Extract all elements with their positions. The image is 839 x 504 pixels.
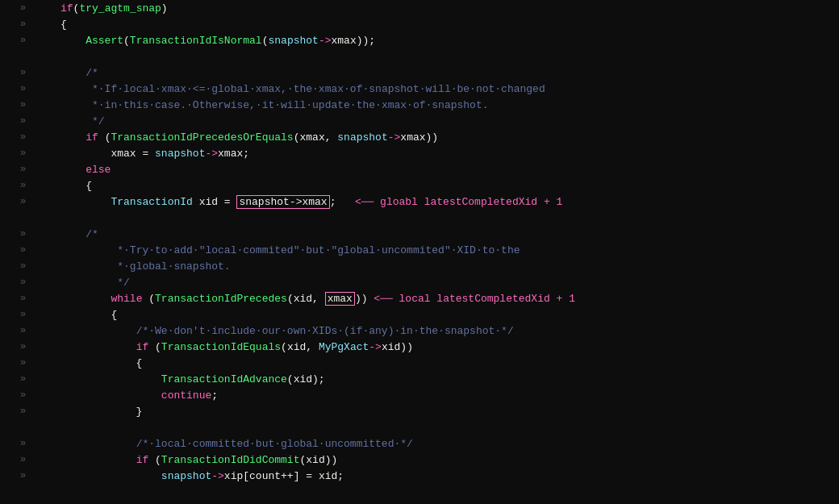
code-line-30: » snapshot->xip[count++] = xid; xyxy=(0,468,839,484)
line-content: /*·local·committed·but·global·uncommitte… xyxy=(61,438,839,450)
line-dots: » xyxy=(20,373,61,385)
line-dots: » xyxy=(20,309,61,320)
code-line-9: » if (TransactionIdPrecedesOrEquals(xmax… xyxy=(0,129,839,145)
code-line-4 xyxy=(0,48,839,65)
code-line-11: » else xyxy=(0,161,839,177)
line-dots: » xyxy=(20,67,61,78)
line-dots: » xyxy=(20,131,61,143)
line-content: { xyxy=(61,309,839,321)
code-line-3: » Assert(TransactionIdIsNormal(snapshot-… xyxy=(0,32,839,48)
line-dots: » xyxy=(20,244,61,256)
line-content: /* xyxy=(61,67,839,79)
line-content: TransactionId xid = snapshot->xmax; <── … xyxy=(61,196,839,208)
code-line-29: » if (TransactionIdDidCommit(xid)) xyxy=(0,452,839,468)
line-dots: » xyxy=(20,438,61,449)
line-content: TransactionIdAdvance(xid); xyxy=(61,373,839,385)
code-line-15: » /* xyxy=(0,226,839,242)
line-dots: » xyxy=(20,357,61,369)
line-content xyxy=(61,422,839,434)
line-content: { xyxy=(61,357,839,369)
code-line-25: » continue; xyxy=(0,387,839,403)
line-content: if(try_agtm_snap) xyxy=(61,2,839,15)
code-line-10: » xmax = snapshot->xmax; xyxy=(0,145,839,161)
line-content: *·global·snapshot. xyxy=(61,260,839,273)
code-line-21: » /*·We·don't·include·our·own·XIDs·(if·a… xyxy=(0,323,839,339)
line-content: */ xyxy=(61,115,839,127)
line-content: */ xyxy=(61,277,839,289)
code-line-13: » TransactionId xid = snapshot->xmax; <─… xyxy=(0,194,839,210)
code-line-32: » TransactionIdAdvance(xid); xyxy=(0,500,839,504)
line-content: xmax = snapshot->xmax; xyxy=(61,148,839,160)
line-dots: » xyxy=(20,406,61,417)
line-dots: » xyxy=(20,115,61,127)
annotation2: local latestCompletedXid + 1 xyxy=(399,293,575,305)
line-content: while (TransactionIdPrecedes(xid, xmax))… xyxy=(61,293,839,305)
line-content: *·Try·to·add·"local·commited"·but·"globa… xyxy=(61,244,839,256)
line-content xyxy=(61,212,839,224)
line-dots: » xyxy=(20,164,61,175)
line-dots: » xyxy=(20,260,61,272)
code-editor: » if(try_agtm_snap) » { » Assert(Transac… xyxy=(0,0,839,504)
annotation1: gloabl latestCompletedXid + 1 xyxy=(380,196,562,208)
code-line-27 xyxy=(0,419,839,435)
code-line-26: » } xyxy=(0,403,839,419)
code-line-28: » /*·local·committed·but·global·uncommit… xyxy=(0,435,839,452)
code-line-1: » if(try_agtm_snap) xyxy=(0,0,839,16)
code-line-6: » *·If·local·xmax·<=·global·xmax,·the·xm… xyxy=(0,81,839,97)
code-line-7: » *·in·this·case.·Otherwise,·it·will·upd… xyxy=(0,97,839,113)
line-content: *·If·local·xmax·<=·global·xmax,·the·xmax… xyxy=(61,83,839,95)
line-content: snapshot->xip[count++] = xid; xyxy=(61,470,839,482)
code-line-2: » { xyxy=(0,16,839,32)
line-dots: » xyxy=(20,277,61,288)
line-dots: » xyxy=(20,293,61,304)
code-line-20: » { xyxy=(0,306,839,323)
line-dots: » xyxy=(20,341,61,352)
line-content: { xyxy=(61,19,839,31)
code-line-19: » while (TransactionIdPrecedes(xid, xmax… xyxy=(0,290,839,306)
line-content: } xyxy=(61,406,839,418)
line-content: else xyxy=(61,164,839,176)
line-content: if (TransactionIdPrecedesOrEquals(xmax, … xyxy=(61,131,839,144)
code-line-17: » *·global·snapshot. xyxy=(0,258,839,274)
code-line-22: » if (TransactionIdEquals(xid, MyPgXact-… xyxy=(0,339,839,355)
line-content xyxy=(61,51,839,63)
code-line-16: » *·Try·to·add·"local·commited"·but·"glo… xyxy=(0,242,839,258)
line-dots: » xyxy=(20,454,61,465)
line-content: *·in·this·case.·Otherwise,·it·will·updat… xyxy=(61,99,839,111)
line-dots: » xyxy=(20,325,61,336)
line-content: { xyxy=(61,180,839,192)
line-dots: » xyxy=(20,148,61,159)
line-dots: » xyxy=(20,228,61,240)
line-content: if (TransactionIdDidCommit(xid)) xyxy=(61,454,839,466)
line-content: if (TransactionIdEquals(xid, MyPgXact->x… xyxy=(61,341,839,353)
line-content: Assert(TransactionIdIsNormal(snapshot->x… xyxy=(61,35,839,47)
line-dots: » xyxy=(20,180,61,191)
code-line-31 xyxy=(0,484,839,500)
line-dots: » xyxy=(20,196,61,207)
line-content xyxy=(61,486,839,498)
code-line-14 xyxy=(0,210,839,226)
code-line-8: » */ xyxy=(0,113,839,129)
code-line-5: » /* xyxy=(0,65,839,81)
line-dots: » xyxy=(20,35,61,46)
line-dots: » xyxy=(20,470,61,481)
line-dots: » xyxy=(20,389,61,401)
line-content: /* xyxy=(61,228,839,240)
code-line-12: » { xyxy=(0,177,839,194)
line-dots: » xyxy=(20,19,61,30)
line-dots: » xyxy=(20,2,61,14)
code-line-18: » */ xyxy=(0,274,839,290)
line-dots: » xyxy=(20,99,61,110)
line-content: continue; xyxy=(61,389,839,402)
code-line-24: » TransactionIdAdvance(xid); xyxy=(0,371,839,387)
code-line-23: » { xyxy=(0,355,839,371)
line-dots: » xyxy=(20,83,61,94)
line-content: /*·We·don't·include·our·own·XIDs·(if·any… xyxy=(61,325,839,337)
